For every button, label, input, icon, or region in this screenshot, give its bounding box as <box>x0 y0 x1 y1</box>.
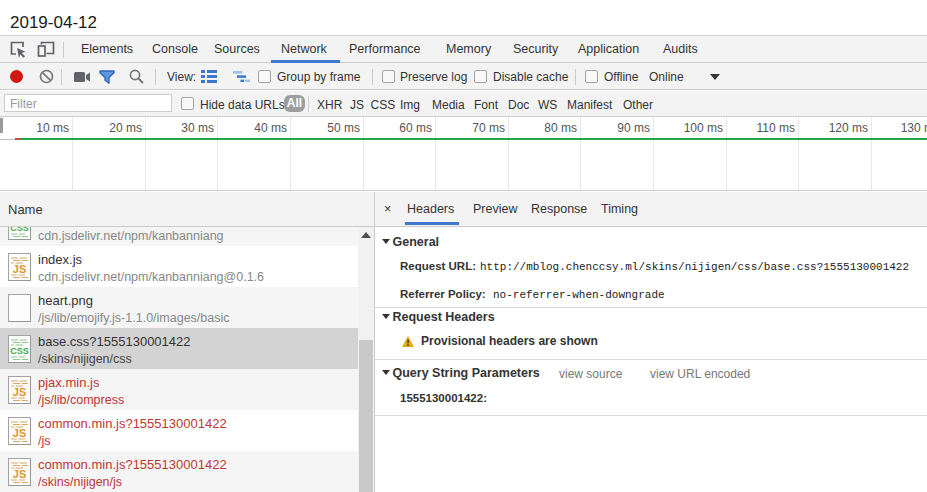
svg-text:JS: JS <box>13 262 26 274</box>
svg-text:JS: JS <box>13 426 26 438</box>
svg-text:CSS: CSS <box>10 227 29 233</box>
svg-text:JS: JS <box>13 385 26 397</box>
svg-text:CSS: CSS <box>10 346 29 356</box>
svg-text:JS: JS <box>13 467 26 479</box>
